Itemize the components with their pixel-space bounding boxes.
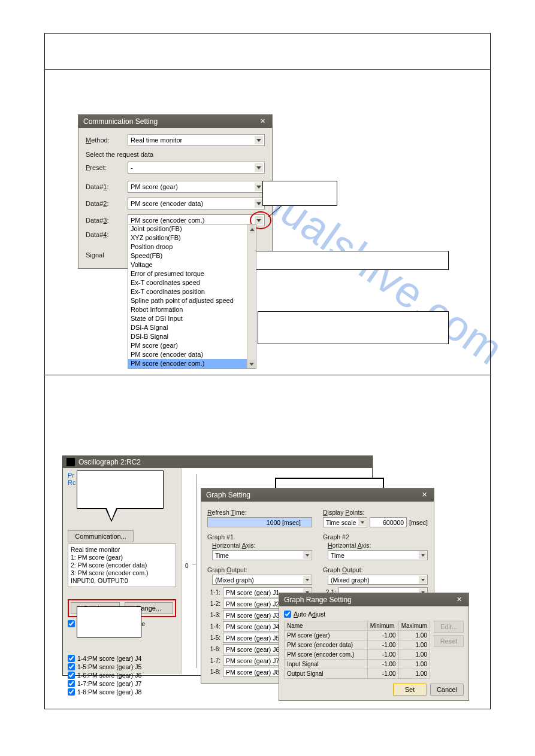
data2-value: PM score (encoder data) xyxy=(131,200,203,207)
series-checkbox[interactable] xyxy=(68,672,75,679)
callout-box-4 xyxy=(77,470,164,509)
dropdown-item[interactable]: Spline path point of adjusted speed xyxy=(128,296,256,305)
chevron-down-icon[interactable] xyxy=(303,551,311,559)
scrollbar[interactable] xyxy=(247,224,256,368)
goutput1-combo[interactable]: (Mixed graph) xyxy=(212,575,312,585)
series-checkbox[interactable] xyxy=(68,655,75,662)
chevron-down-icon[interactable] xyxy=(303,576,311,584)
dropdown-item[interactable]: Joint position(FB) xyxy=(128,224,256,233)
comm-info-line: 3: PM score (encoder com.) xyxy=(71,569,173,577)
dropdown-item[interactable]: Ex-T coordinates position xyxy=(128,287,256,296)
goutput-label-1: Graph Output: xyxy=(207,566,312,573)
callout-box-5 xyxy=(77,606,141,637)
preset-combo[interactable]: - xyxy=(128,162,265,174)
preset-value: - xyxy=(131,164,133,171)
close-icon[interactable]: ✕ xyxy=(419,491,429,499)
chevron-down-icon[interactable] xyxy=(255,183,263,191)
display-points-unit: [msec] xyxy=(409,519,428,526)
range-row[interactable]: Input Signal-1.001.00 xyxy=(285,660,430,669)
dropdown-item[interactable]: PM score (gear) xyxy=(128,341,256,350)
dropdown-item[interactable]: PM score (encoder data) xyxy=(128,350,256,359)
display-points-mode[interactable]: Time scale xyxy=(323,517,367,527)
dropdown-item[interactable]: State of DSI Input xyxy=(128,314,256,323)
data3-value: PM score (encoder com.) xyxy=(131,217,204,224)
dropdown-item[interactable]: Robot Information xyxy=(128,305,256,314)
method-value: Real time monitor xyxy=(131,136,182,144)
dropdown-item[interactable]: XYZ position(FB) xyxy=(128,233,256,242)
row-index: 1-3: xyxy=(207,612,220,618)
haxis1-combo[interactable]: Time xyxy=(212,550,312,560)
callout-box-1 xyxy=(262,181,337,206)
chevron-down-icon[interactable] xyxy=(358,518,366,526)
row-value: PM score (gear) J8 xyxy=(226,669,279,676)
refresh-time-input[interactable]: 1000 [msec] xyxy=(207,517,312,527)
callout-tail-4 xyxy=(105,509,117,522)
data2-label: Data#2: xyxy=(86,200,128,207)
series-checkbox[interactable] xyxy=(68,688,75,696)
data-dropdown-list[interactable]: Joint position(FB)XYZ position(FB)Positi… xyxy=(128,224,256,369)
data2-combo[interactable]: PM score (encoder data) xyxy=(128,198,265,210)
dropdown-item[interactable]: DSI-A Signal xyxy=(128,323,256,332)
cancel-button[interactable]: Cancel xyxy=(430,684,464,696)
dropdown-item[interactable]: Position droop xyxy=(128,242,256,251)
auto-adjust-checkbox[interactable] xyxy=(284,611,291,618)
chevron-down-icon[interactable] xyxy=(419,551,427,559)
oscillograph-titlebar[interactable]: Oscillograph 2:RC2 xyxy=(63,456,372,468)
series-checkbox[interactable] xyxy=(68,680,75,687)
close-icon[interactable]: ✕ xyxy=(258,117,267,126)
data4-label: Data#4: xyxy=(86,231,128,238)
scroll-up-icon[interactable] xyxy=(250,225,255,233)
range-name: PM score (encoder data) xyxy=(285,640,368,650)
range-min: -1.00 xyxy=(367,660,398,669)
haxis2-combo[interactable]: Time xyxy=(328,550,428,560)
oscillograph-title: Oscillograph 2:RC2 xyxy=(78,458,141,466)
display-points-label: Display Points: xyxy=(323,509,428,516)
communication-button[interactable]: Communication... xyxy=(68,530,134,542)
haxis1-value: Time xyxy=(215,552,229,559)
range-row[interactable]: PM score (gear)-1.001.00 xyxy=(285,631,430,640)
range-row[interactable]: PM score (encoder data)-1.001.00 xyxy=(285,640,430,650)
set-button[interactable]: Set xyxy=(393,684,427,696)
series-checkbox-row: 1-7:PM score (gear) J7 xyxy=(68,679,176,688)
data1-combo[interactable]: PM score (gear) xyxy=(128,181,265,193)
goutput2-combo[interactable]: (Mixed graph) xyxy=(328,575,428,585)
select-all-checkbox[interactable] xyxy=(68,620,75,627)
display-points-input[interactable]: 600000 xyxy=(370,517,407,527)
dropdown-item[interactable]: PM score (encoder com.) xyxy=(128,359,256,368)
reset-button[interactable]: Reset xyxy=(434,635,464,647)
section-divider-2 xyxy=(45,375,490,375)
series-checkbox[interactable] xyxy=(68,663,75,670)
dropdown-item[interactable]: Error of presumed torque xyxy=(128,269,256,278)
chevron-down-icon[interactable] xyxy=(255,136,263,144)
chevron-down-icon[interactable] xyxy=(419,576,427,584)
dialog-titlebar[interactable]: Communication Setting ✕ xyxy=(78,115,272,128)
goutput-label-2: Graph Output: xyxy=(323,566,428,573)
method-combo[interactable]: Real time monitor xyxy=(128,134,265,146)
scroll-down-icon[interactable] xyxy=(247,360,256,368)
range-max: 1.00 xyxy=(398,631,430,640)
range-name: Input Signal xyxy=(285,660,368,669)
close-icon[interactable]: ✕ xyxy=(454,596,464,604)
window-icon xyxy=(67,458,75,466)
graph-setting-titlebar[interactable]: Graph Setting ✕ xyxy=(201,488,434,502)
series-checkbox-row: 1-8:PM score (gear) J8 xyxy=(68,688,176,696)
graph-setting-title: Graph Setting xyxy=(206,491,250,499)
signal-label: Signal xyxy=(86,251,128,259)
range-row[interactable]: PM score (encoder com.)-1.001.00 xyxy=(285,650,430,660)
series-label: 1-7:PM score (gear) J7 xyxy=(77,680,141,687)
range-row[interactable]: Output Signal-1.001.00 xyxy=(285,669,430,679)
edit-button[interactable]: Edit... xyxy=(434,621,464,633)
chevron-down-icon[interactable] xyxy=(255,163,263,172)
range-table: Name Minimum Maximum PM score (gear)-1.0… xyxy=(284,621,430,679)
graph2-label: Graph #2 xyxy=(323,533,428,541)
th-min: Minimum xyxy=(367,621,398,631)
range-setting-titlebar[interactable]: Graph Range Setting ✕ xyxy=(279,593,468,606)
dropdown-item[interactable]: DSI-B Signal xyxy=(128,332,256,341)
dropdown-item[interactable]: Ex-T coordinates speed xyxy=(128,278,256,287)
chevron-down-icon[interactable] xyxy=(255,199,263,208)
yaxis-zero: 0 xyxy=(185,563,189,569)
dropdown-item[interactable]: Speed(FB) xyxy=(128,251,256,260)
row-index: 1-8: xyxy=(207,669,220,675)
series-checkbox-row: 1-6:PM score (gear) J6 xyxy=(68,671,176,679)
dropdown-item[interactable]: Voltage xyxy=(128,260,256,269)
